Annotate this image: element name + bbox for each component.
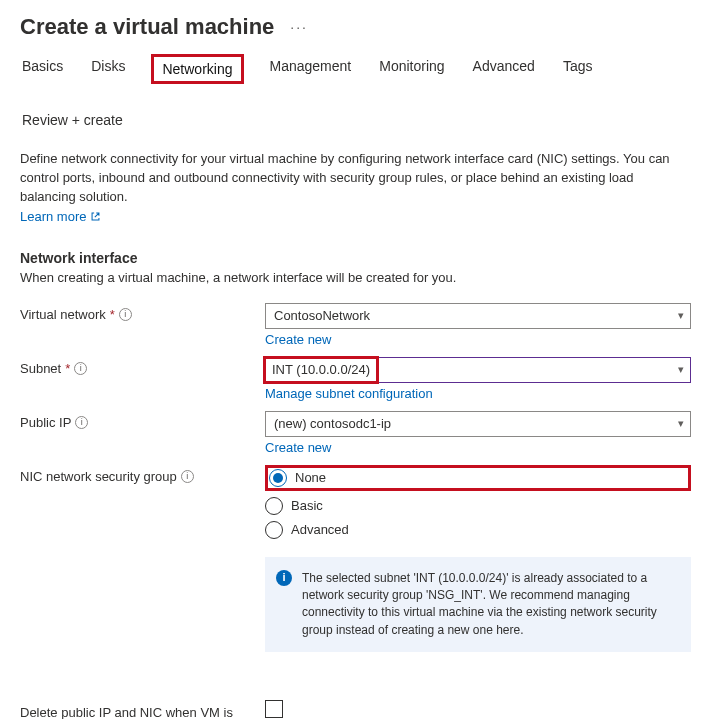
- tab-networking[interactable]: Networking: [151, 54, 243, 84]
- chevron-down-icon: ▾: [678, 309, 684, 322]
- subnet-select[interactable]: INT (10.0.0.0/24) ▾: [265, 357, 691, 383]
- required-star: *: [65, 361, 70, 376]
- learn-more-label: Learn more: [20, 209, 86, 224]
- nsg-radio-none[interactable]: None: [269, 469, 326, 487]
- public-ip-select[interactable]: (new) contosodc1-ip ▾: [265, 411, 691, 437]
- tab-basics[interactable]: Basics: [20, 54, 65, 84]
- nsg-radio-group: None Basic Advanced: [265, 465, 691, 539]
- subnet-value: INT (10.0.0.0/24): [266, 359, 376, 381]
- info-icon[interactable]: i: [74, 362, 87, 375]
- intro-text: Define network connectivity for your vir…: [20, 150, 691, 207]
- delete-ip-nic-label: Delete public IP and NIC when VM is dele…: [20, 704, 265, 719]
- subnet-manage-link[interactable]: Manage subnet configuration: [265, 386, 433, 401]
- vnet-create-new-link[interactable]: Create new: [265, 332, 331, 347]
- public-ip-create-new-link[interactable]: Create new: [265, 440, 331, 455]
- delete-ip-nic-checkbox[interactable]: [265, 700, 283, 718]
- more-actions-icon[interactable]: ···: [290, 19, 308, 35]
- info-icon[interactable]: i: [181, 470, 194, 483]
- tab-tags[interactable]: Tags: [561, 54, 595, 84]
- nsg-label: NIC network security group: [20, 469, 177, 484]
- radio-icon: [269, 469, 287, 487]
- page-title: Create a virtual machine: [20, 14, 274, 40]
- radio-icon: [265, 521, 283, 539]
- nsg-info-box: i The selected subnet 'INT (10.0.0.0/24)…: [265, 557, 691, 653]
- public-ip-value: (new) contosodc1-ip: [274, 416, 391, 431]
- info-icon[interactable]: i: [119, 308, 132, 321]
- section-subtext: When creating a virtual machine, a netwo…: [20, 270, 691, 285]
- info-icon[interactable]: i: [75, 416, 88, 429]
- subnet-label: Subnet: [20, 361, 61, 376]
- tab-monitoring[interactable]: Monitoring: [377, 54, 446, 84]
- nsg-radio-advanced[interactable]: Advanced: [265, 521, 691, 539]
- tab-advanced[interactable]: Advanced: [471, 54, 537, 84]
- tab-disks[interactable]: Disks: [89, 54, 127, 84]
- tab-review[interactable]: Review + create: [20, 108, 125, 132]
- radio-icon: [265, 497, 283, 515]
- chevron-down-icon: ▾: [678, 417, 684, 430]
- chevron-down-icon: ▾: [678, 363, 684, 376]
- required-star: *: [110, 307, 115, 322]
- public-ip-label: Public IP: [20, 415, 71, 430]
- nsg-info-text: The selected subnet 'INT (10.0.0.0/24)' …: [302, 571, 657, 637]
- tabs-bar: Basics Disks Networking Management Monit…: [20, 54, 691, 132]
- info-badge-icon: i: [276, 570, 292, 586]
- section-title-network-interface: Network interface: [20, 250, 691, 266]
- vnet-label: Virtual network: [20, 307, 106, 322]
- nsg-advanced-label: Advanced: [291, 522, 349, 537]
- learn-more-link[interactable]: Learn more: [20, 209, 101, 224]
- vnet-select[interactable]: ContosoNetwork ▾: [265, 303, 691, 329]
- vnet-value: ContosoNetwork: [274, 308, 370, 323]
- tab-management[interactable]: Management: [268, 54, 354, 84]
- nsg-basic-label: Basic: [291, 498, 323, 513]
- nsg-radio-basic[interactable]: Basic: [265, 497, 691, 515]
- nsg-none-label: None: [295, 470, 326, 485]
- external-link-icon: [90, 211, 101, 222]
